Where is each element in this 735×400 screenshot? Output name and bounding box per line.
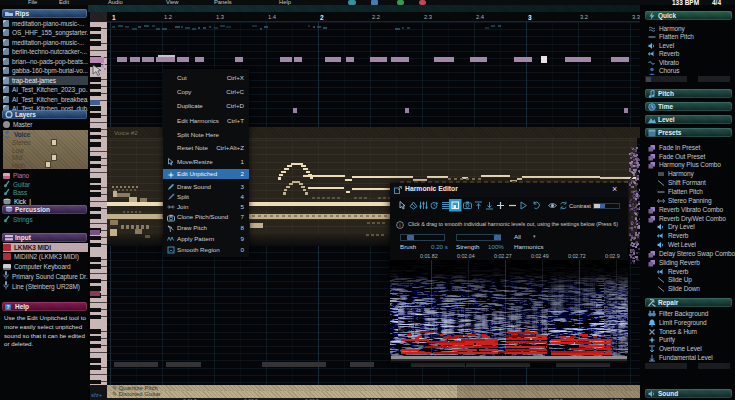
svg-text:i: i [399, 222, 400, 228]
